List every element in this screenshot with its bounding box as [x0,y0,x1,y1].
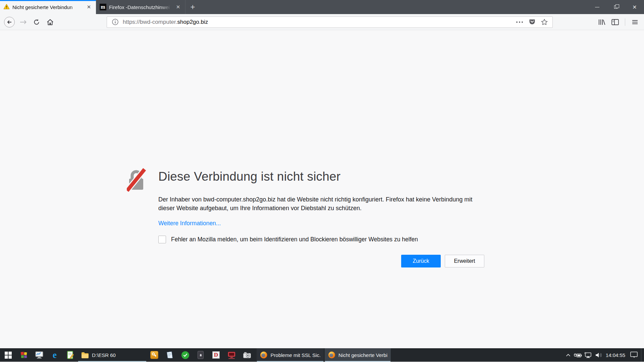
learn-more-link[interactable]: Weitere Informationen... [158,220,221,227]
report-error-label: Fehler an Mozilla melden, um beim Identi… [171,236,418,243]
start-button[interactable] [0,348,16,362]
action-center-button[interactable] [627,348,641,362]
cert-error-main: Diese Verbindung ist nicht sicher Der In… [158,168,490,267]
toolbar-right-group [596,16,641,28]
green-notepad-icon [66,351,74,359]
tab-title: Nicht gesicherte Verbindun [12,4,83,10]
library-icon [598,19,605,25]
menu-button[interactable] [629,16,641,28]
windows-logo-icon [5,352,12,359]
system-tray: 14:04:55 [562,348,644,362]
close-button[interactable]: ✕ [625,0,644,14]
action-center-icon [630,352,638,358]
home-button[interactable] [44,16,56,28]
battery-status-button[interactable] [573,348,583,362]
firefox-icon [328,351,335,359]
taskbar-window-label: Nicht gesicherte Verbi... [338,352,387,358]
tray-expand-button[interactable] [564,348,573,362]
new-tab-button[interactable]: + [185,0,200,14]
taskbar-app-antivirus[interactable] [177,348,193,362]
report-error-checkbox[interactable] [158,236,166,243]
toolbar-separator [625,18,625,26]
firefox-icon [260,351,268,359]
page-actions-menu-button[interactable] [515,17,524,27]
tab-close-icon[interactable]: ✕ [85,3,93,11]
url-scheme-host: https://bwd-computer. [123,19,177,25]
back-arrow-icon [4,16,15,28]
titlebar-drag-space [200,0,588,14]
hamburger-icon [632,20,638,24]
back-button[interactable] [3,16,15,28]
sidebar-icon [611,19,619,25]
restore-button[interactable] [606,0,625,14]
restore-icon [614,5,618,9]
red-monitor-icon [227,351,236,359]
taskbar-app-letter-d[interactable]: D [208,348,224,362]
url-text: https://bwd-computer.shop2go.biz [123,19,512,25]
forward-button[interactable] [17,16,29,28]
navigation-toolbar: https://bwd-computer.shop2go.biz [0,14,644,30]
network-status-button[interactable] [583,348,593,362]
volume-button[interactable] [593,348,604,362]
keepass-icon [150,351,158,359]
taskbar-window-explorer[interactable]: D:\ESR 60 [78,348,147,362]
sidebar-button[interactable] [609,16,621,28]
report-error-row: Fehler an Mozilla melden, um beim Identi… [158,236,490,243]
green-check-icon [181,351,189,359]
chevron-up-icon [566,354,571,357]
error-title: Diese Verbindung ist nicht sicher [158,170,490,184]
titlebar: Nicht gesicherte Verbindun ✕ m Firefox -… [0,0,644,14]
warning-triangle-icon [3,4,10,11]
taskbar-window-label: Probleme mit SSL Sic... [271,352,320,358]
url-domain: shop2go.biz [177,19,208,25]
taskbar-app-cardgame[interactable] [193,348,208,362]
edge-icon: e [53,351,57,360]
monitor-chart-icon [35,351,44,359]
url-bar[interactable]: https://bwd-computer.shop2go.biz [107,16,553,28]
page-content: Diese Verbindung ist nicht sicher Der In… [0,30,644,348]
taskbar-app-keepass[interactable] [147,348,162,362]
medium-favicon-icon: m [100,4,106,10]
reload-icon [33,19,40,25]
camera-icon [243,352,251,359]
cert-error-panel: Diese Verbindung ist nicht sicher Der In… [127,168,490,267]
site-info-icon[interactable] [110,17,120,27]
pocket-icon [529,19,535,25]
close-icon: ✕ [632,4,637,10]
library-button[interactable] [596,16,607,28]
tab-nicht-gesicherte-verbindung[interactable]: Nicht gesicherte Verbindun ✕ [0,0,96,14]
show-desktop-button[interactable] [641,348,644,362]
taskbar-clock[interactable]: 14:04:55 [604,348,627,362]
windows-taskbar: e D:\ESR 60 D Probleme mit SSL Sic... Ni… [0,348,644,362]
folder-icon [81,352,89,358]
minimize-button[interactable] [588,0,606,14]
minimize-icon [595,7,599,7]
battery-plugged-icon [574,353,582,357]
window-controls: ✕ [588,0,644,14]
taskbar-window-firefox-1[interactable]: Probleme mit SSL Sic... [257,348,324,362]
taskbar-app-edge[interactable]: e [47,348,62,362]
ellipsis-icon [516,21,523,23]
colored-blocks-icon [20,351,28,359]
notepad-icon [166,351,173,359]
taskbar-app-notepad[interactable] [162,348,177,362]
taskbar-window-label: D:\ESR 60 [92,352,116,358]
pocket-button[interactable] [527,17,537,27]
letter-d-icon: D [212,351,220,359]
taskbar-app-monitor-chart[interactable] [32,348,47,362]
tab-firefox-datenschutzhinweis[interactable]: m Firefox -Datenschutzhinwei ✕ [96,0,185,14]
taskbar-window-firefox-2[interactable]: Nicht gesicherte Verbi... [325,348,391,362]
taskbar-app-red-monitor[interactable] [224,348,239,362]
taskbar-app-camera[interactable] [239,348,255,362]
advanced-button[interactable]: Erweitert [445,255,484,267]
home-icon [47,19,54,25]
speaker-icon [595,352,602,358]
go-back-button[interactable]: Zurück [401,255,441,267]
bookmark-star-button[interactable] [540,17,549,27]
reload-button[interactable] [31,16,42,28]
error-description: Der Inhaber von bwd-computer.shop2go.biz… [158,195,490,213]
taskbar-app-blocks[interactable] [16,348,32,362]
error-buttons-row: Zurück Erweitert [158,255,490,267]
taskbar-app-notes-green[interactable] [62,348,78,362]
tab-close-icon[interactable]: ✕ [174,3,182,11]
